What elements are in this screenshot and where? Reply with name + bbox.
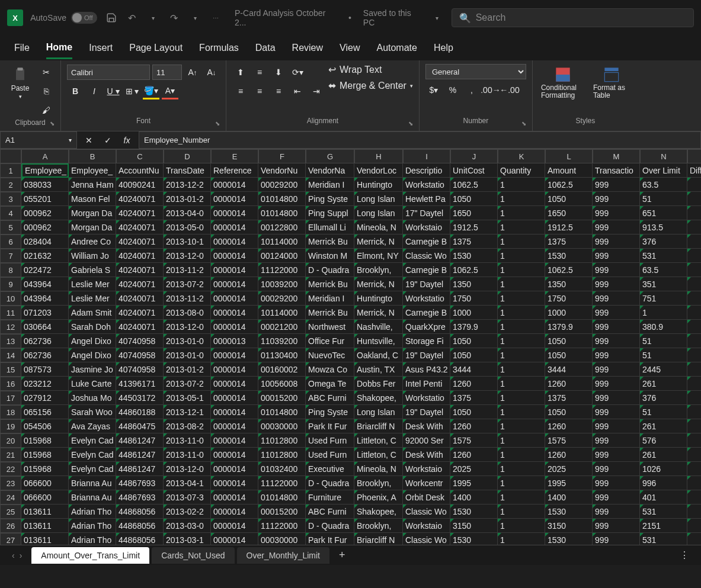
data-cell[interactable] <box>687 505 701 519</box>
data-cell[interactable]: 0000014 <box>211 220 258 234</box>
data-cell[interactable]: 19" Daytel <box>403 277 450 291</box>
comma-format-icon[interactable]: , <box>463 82 480 98</box>
data-cell[interactable]: 0000014 <box>211 419 258 433</box>
column-header[interactable]: I <box>403 149 450 163</box>
row-header[interactable]: 2 <box>0 178 21 192</box>
filename-dropdown-icon[interactable]: ▾ <box>430 11 444 25</box>
data-cell[interactable]: 1530 <box>545 249 593 263</box>
data-cell[interactable]: 1260 <box>450 377 498 391</box>
data-cell[interactable]: Workstaio <box>403 462 450 476</box>
data-cell[interactable]: Classic Wo <box>403 249 450 263</box>
data-cell[interactable]: 261 <box>640 377 687 391</box>
conditional-formatting-button[interactable]: Conditional Formatting <box>539 64 587 102</box>
data-cell[interactable]: 0000014 <box>211 263 258 277</box>
copy-icon[interactable]: ⎘ <box>38 83 55 99</box>
orientation-icon[interactable]: ⟳▾ <box>289 64 306 81</box>
tab-home[interactable]: Home <box>46 37 72 59</box>
data-cell[interactable]: 261 <box>640 448 687 462</box>
data-cell[interactable]: 0000014 <box>211 206 258 220</box>
data-cell[interactable]: 40240071 <box>116 277 164 291</box>
data-cell[interactable]: 1 <box>498 249 545 263</box>
data-cell[interactable]: 0000014 <box>211 462 258 476</box>
data-cell[interactable]: 0000014 <box>211 320 258 334</box>
data-cell[interactable]: Workstatio <box>403 178 450 192</box>
data-cell[interactable]: Littleton, C <box>354 433 403 448</box>
formula-bar[interactable]: Employee_Number <box>139 131 701 149</box>
data-cell[interactable]: 1750 <box>450 291 498 306</box>
row-header[interactable]: 21 <box>0 448 21 462</box>
data-cell[interactable]: 00021200 <box>258 320 306 334</box>
font-color-icon[interactable]: A▾ <box>162 83 178 99</box>
data-cell[interactable] <box>687 178 701 192</box>
align-left-icon[interactable]: ≡ <box>232 83 249 99</box>
data-cell[interactable]: 1 <box>498 348 545 362</box>
data-cell[interactable]: 0000014 <box>211 533 258 545</box>
data-cell[interactable] <box>687 277 701 291</box>
data-cell[interactable]: 01014800 <box>258 192 306 206</box>
data-cell[interactable]: 11012800 <box>258 433 306 448</box>
data-cell[interactable]: 00122800 <box>258 220 306 234</box>
data-cell[interactable]: 44860475 <box>116 419 164 433</box>
data-cell[interactable]: NuevoTec <box>306 348 354 362</box>
row-header[interactable]: 19 <box>0 419 21 433</box>
data-cell[interactable]: Merrick, N <box>354 234 403 249</box>
data-cell[interactable]: 2013-04-1 <box>164 476 211 490</box>
data-cell[interactable]: 1 <box>498 192 545 206</box>
data-cell[interactable]: 1379.9 <box>545 320 593 334</box>
data-cell[interactable]: 1 <box>498 533 545 545</box>
data-cell[interactable] <box>687 320 701 334</box>
data-cell[interactable]: Long Islan <box>354 405 403 419</box>
column-header[interactable]: C <box>116 149 164 163</box>
autosave-toggle[interactable]: Off <box>71 12 97 24</box>
data-cell[interactable]: 913.5 <box>640 220 687 234</box>
data-cell[interactable]: 066600 <box>21 490 69 505</box>
data-cell[interactable]: 1 <box>498 206 545 220</box>
data-cell[interactable]: 531 <box>640 533 687 545</box>
data-cell[interactable]: 1375 <box>545 234 593 249</box>
data-cell[interactable]: 00029200 <box>258 178 306 192</box>
data-cell[interactable] <box>687 419 701 433</box>
data-cell[interactable]: Park It Fur <box>306 419 354 433</box>
data-cell[interactable]: 401 <box>640 490 687 505</box>
data-cell[interactable]: 999 <box>593 306 640 320</box>
data-cell[interactable]: 0000014 <box>211 433 258 448</box>
data-cell[interactable]: Nashville, <box>354 320 403 334</box>
data-cell[interactable]: 1 <box>498 263 545 277</box>
row-header[interactable]: 15 <box>0 362 21 377</box>
data-cell[interactable]: Brooklyn, <box>354 476 403 490</box>
row-header[interactable]: 10 <box>0 291 21 306</box>
data-cell[interactable]: Sarah Doh <box>69 320 116 334</box>
data-cell[interactable]: 043964 <box>21 291 69 306</box>
data-cell[interactable] <box>687 263 701 277</box>
spreadsheet-grid[interactable]: ABCDEFGHIJKLMN1Employee_Employee_Account… <box>0 149 701 545</box>
data-cell[interactable]: 0000014 <box>211 234 258 249</box>
data-cell[interactable]: 351 <box>640 277 687 291</box>
paste-button[interactable]: Paste ▾ <box>6 64 34 102</box>
data-cell[interactable]: Ping Syste <box>306 192 354 206</box>
data-cell[interactable]: 40240071 <box>116 234 164 249</box>
data-cell[interactable]: 1379.9 <box>450 320 498 334</box>
sheet-tab-1[interactable]: Amount_Over_Trans_Limit <box>31 547 149 564</box>
data-cell[interactable]: 1400 <box>450 490 498 505</box>
data-cell[interactable]: Evelyn Cad <box>69 462 116 476</box>
data-cell[interactable]: 01032400 <box>258 462 306 476</box>
increase-indent-icon[interactable]: ⇥ <box>308 83 325 99</box>
data-cell[interactable]: 63.5 <box>640 178 687 192</box>
row-header[interactable]: 12 <box>0 320 21 334</box>
data-cell[interactable]: 1260 <box>545 448 593 462</box>
data-cell[interactable]: 071203 <box>21 306 69 320</box>
data-cell[interactable]: Brooklyn, <box>354 263 403 277</box>
data-cell[interactable]: Brooklyn, <box>354 519 403 533</box>
column-header[interactable]: K <box>498 149 545 163</box>
data-cell[interactable]: Asus P43.2 <box>403 362 450 377</box>
data-cell[interactable]: 023212 <box>21 377 69 391</box>
merge-center-button[interactable]: ⬌ Merge & Center ▾ <box>328 80 413 91</box>
data-cell[interactable]: 2013-03-1 <box>164 533 211 545</box>
data-cell[interactable]: 0000014 <box>211 519 258 533</box>
data-cell[interactable]: 17" Daytel <box>403 206 450 220</box>
format-as-table-button[interactable]: Format as Table <box>591 64 632 102</box>
data-cell[interactable]: 1050 <box>545 405 593 419</box>
data-cell[interactable]: 01014800 <box>258 405 306 419</box>
data-cell[interactable]: 1062.5 <box>450 263 498 277</box>
align-center-icon[interactable]: ≡ <box>251 83 268 99</box>
